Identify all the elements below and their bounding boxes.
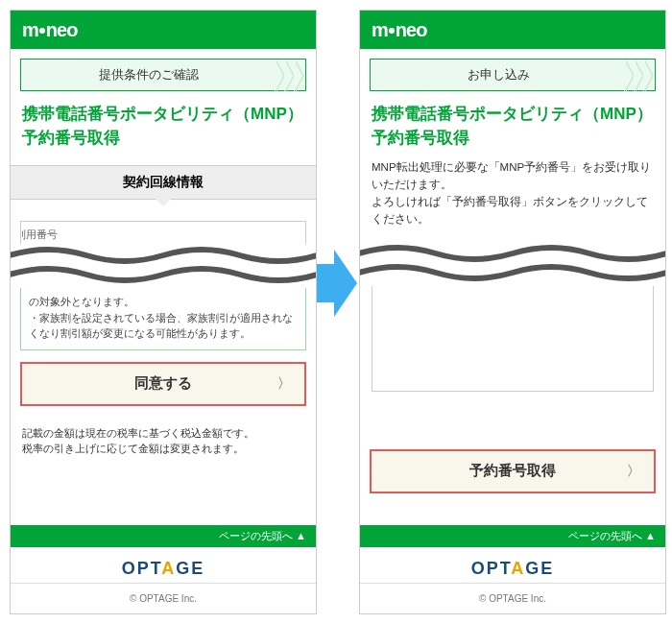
chevron-right-icon <box>276 60 305 90</box>
header: mneo <box>360 11 665 49</box>
agree-button-label: 同意する <box>134 374 192 393</box>
content-omitted-icon <box>359 242 666 286</box>
brand-logo: mneo <box>22 19 77 41</box>
step-label: お申し込み <box>371 66 626 84</box>
get-reservation-number-button[interactable]: 予約番号取得 〉 <box>370 449 656 493</box>
copyright: © OPTAGE Inc. <box>11 584 316 613</box>
footer: OPTAGE <box>360 547 665 584</box>
chevron-right-icon <box>626 60 655 90</box>
panel-confirm: mneo 提供条件のご確認 携帯電話番号ポータビリティ（MNP）予約番号取得 契… <box>10 10 317 614</box>
page-title: 携帯電話番号ポータビリティ（MNP）予約番号取得 <box>11 99 316 159</box>
back-to-top-link[interactable]: ページの先頭へ ▲ <box>11 525 316 547</box>
step-indicator: 提供条件のご確認 <box>20 59 306 91</box>
page-title: 携帯電話番号ポータビリティ（MNP）予約番号取得 <box>360 99 665 159</box>
chevron-right-icon: 〉 <box>277 375 291 393</box>
chevron-right-icon: 〉 <box>627 463 640 480</box>
step-indicator: お申し込み <box>370 59 656 91</box>
copyright: © OPTAGE Inc. <box>360 584 665 613</box>
section-header-contract: 契約回線情報 <box>11 165 316 200</box>
content-omitted-icon <box>10 244 317 288</box>
content-area <box>372 286 654 392</box>
brand-logo: mneo <box>372 19 426 41</box>
footer: OPTAGE <box>11 547 316 584</box>
get-reservation-number-label: 予約番号取得 <box>469 462 556 480</box>
flow-arrow-icon <box>317 250 359 317</box>
agree-button[interactable]: 同意する 〉 <box>20 362 306 406</box>
back-to-top-link[interactable]: ページの先頭へ ▲ <box>360 525 665 547</box>
tax-footnote: 記載の金額は現在の税率に基づく税込金額です。 税率の引き上げに応じて金額は変更さ… <box>11 420 316 474</box>
company-logo: OPTAGE <box>122 559 205 578</box>
company-logo: OPTAGE <box>471 559 555 578</box>
header: mneo <box>11 11 316 49</box>
panel-apply: mneo お申し込み 携帯電話番号ポータビリティ（MNP）予約番号取得 MNP転… <box>359 10 666 614</box>
instruction-text: MNP転出処理に必要な「MNP予約番号」をお受け取りいただけます。 よろしければ… <box>360 159 665 237</box>
notice-text: の対象外となります。 ・家族割を設定されている場合、家族割引が適用されなくなり割… <box>20 288 306 350</box>
step-label: 提供条件のご確認 <box>21 66 276 84</box>
